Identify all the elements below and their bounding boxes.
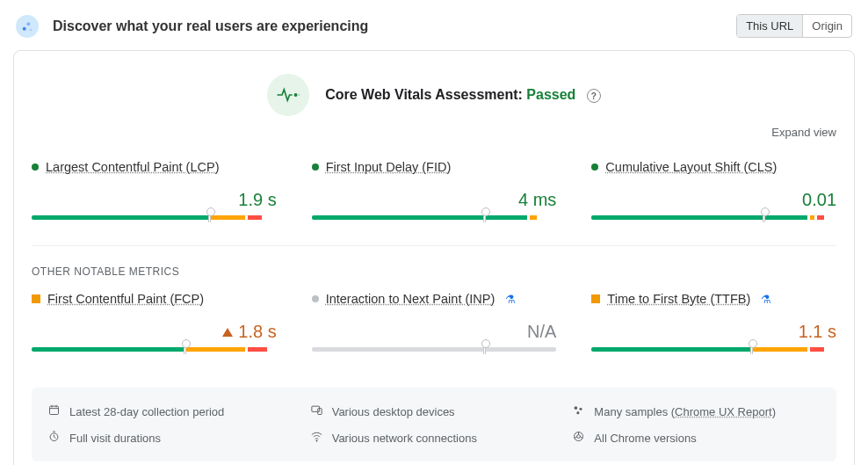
footer-item: All Chrome versions [565, 425, 828, 451]
footer-item-text: Full visit durations [69, 432, 161, 445]
desktop-icon [310, 403, 323, 419]
assessment-result: Passed [526, 87, 575, 102]
footer-column: Various desktop devicesVarious network c… [303, 398, 566, 451]
value-marker [483, 213, 486, 222]
other-metrics-row: First Contentful Paint (FCP)1.8 sInterac… [32, 281, 836, 377]
expand-view-link[interactable]: Expand view [771, 126, 836, 139]
chrome-icon [572, 430, 585, 446]
timer-icon [47, 430, 61, 446]
footer-link[interactable]: Chrome UX Report [675, 405, 772, 418]
svg-point-10 [575, 406, 578, 410]
value-marker [483, 345, 486, 354]
metric-first-contentful-paint-fcp-: First Contentful Paint (FCP)1.8 s [32, 292, 277, 356]
metric-value: 4 ms [518, 190, 556, 210]
footer-item-text: Latest 28-day collection period [69, 405, 224, 418]
svg-point-1 [26, 22, 30, 25]
metric-value: 1.9 s [238, 190, 276, 210]
value-marker [763, 213, 765, 222]
distribution-bar [32, 215, 277, 224]
flask-icon: ⚗ [505, 293, 516, 306]
status-dot [591, 163, 598, 171]
value-marker [184, 345, 186, 354]
status-dot [591, 294, 600, 303]
distribution-bar [591, 347, 836, 356]
metric-name-link[interactable]: First Input Delay (FID) [326, 160, 452, 174]
calendar-icon [47, 403, 61, 419]
svg-point-4 [299, 94, 300, 96]
assessment-prefix: Core Web Vitals Assessment: [325, 87, 523, 102]
svg-point-2 [30, 28, 33, 31]
status-dot [32, 294, 40, 303]
footer-item-text: Many samples (Chrome UX Report) [594, 405, 776, 418]
svg-point-9 [316, 440, 317, 441]
metric-cumulative-layout-shift-cls-: Cumulative Layout Shift (CLS)0.01 [591, 160, 836, 224]
flask-icon: ⚗ [761, 293, 771, 306]
footer-item: Full visit durations [40, 425, 303, 451]
metric-time-to-first-byte-ttfb-: Time to First Byte (TTFB)⚗1.1 s [591, 292, 836, 356]
scope-this-url[interactable]: This URL [737, 15, 802, 37]
distribution-bar [32, 347, 277, 356]
svg-point-11 [580, 408, 582, 411]
footer-item: Many samples (Chrome UX Report) [565, 398, 828, 425]
metric-value: 1.1 s [799, 322, 836, 342]
footer-item-text: Various desktop devices [332, 405, 455, 418]
metric-name-link[interactable]: Cumulative Layout Shift (CLS) [605, 160, 777, 174]
svg-point-14 [577, 435, 581, 439]
status-dot [312, 163, 319, 171]
scope-origin[interactable]: Origin [802, 15, 851, 37]
footer-item: Various network connections [303, 425, 566, 451]
svg-point-3 [294, 93, 298, 97]
metric-first-input-delay-fid-: First Input Delay (FID)4 ms [312, 160, 557, 224]
pulse-icon [267, 74, 309, 116]
footer-item-text: Various network connections [332, 432, 477, 445]
footer-column: Many samples (Chrome UX Report)All Chrom… [565, 398, 828, 451]
metric-value: 0.01 [802, 190, 836, 210]
core-metrics-row: Largest Contentful Paint (LCP)1.9 sFirst… [32, 149, 836, 245]
footer-column: Latest 28-day collection periodFull visi… [40, 398, 303, 451]
metric-value: N/A [527, 322, 556, 342]
footer-item-text: All Chrome versions [594, 432, 696, 445]
metric-value: 1.8 s [238, 322, 276, 342]
status-dot [32, 163, 39, 171]
svg-point-12 [577, 411, 580, 414]
metric-name-link[interactable]: Interaction to Next Paint (INP) [326, 292, 495, 306]
assessment-row: Core Web Vitals Assessment: Passed ? [32, 51, 836, 125]
distribution-bar [312, 347, 557, 356]
svg-rect-7 [312, 406, 320, 411]
svg-rect-5 [50, 406, 59, 414]
crux-icon [16, 15, 39, 38]
footer-info-box: Latest 28-day collection periodFull visi… [32, 388, 836, 461]
metric-name-link[interactable]: Time to First Byte (TTFB) [607, 292, 750, 306]
metric-name-link[interactable]: Largest Contentful Paint (LCP) [46, 160, 219, 174]
metric-largest-contentful-paint-lcp-: Largest Contentful Paint (LCP)1.9 s [32, 160, 277, 224]
distribution-bar [591, 215, 836, 224]
warning-triangle-icon [222, 328, 233, 337]
footer-item: Various desktop devices [303, 398, 566, 425]
footer-item: Latest 28-day collection period [40, 398, 303, 425]
samples-icon [572, 403, 585, 419]
value-marker [208, 213, 211, 222]
scope-segmented-control: This URL Origin [736, 14, 852, 38]
svg-point-0 [23, 26, 26, 30]
crux-card: Core Web Vitals Assessment: Passed ? Exp… [13, 50, 855, 465]
help-icon[interactable]: ? [587, 89, 601, 103]
metric-name-link[interactable]: First Contentful Paint (FCP) [47, 292, 204, 306]
assessment-label: Core Web Vitals Assessment: Passed ? [325, 87, 601, 104]
status-dot [312, 295, 319, 302]
network-icon [310, 430, 323, 446]
page-title: Discover what your real users are experi… [53, 18, 736, 34]
other-metrics-title: OTHER NOTABLE METRICS [32, 246, 836, 281]
distribution-bar [312, 215, 557, 224]
value-marker [750, 345, 753, 354]
metric-interaction-to-next-paint-inp-: Interaction to Next Paint (INP)⚗N/A [312, 292, 557, 356]
